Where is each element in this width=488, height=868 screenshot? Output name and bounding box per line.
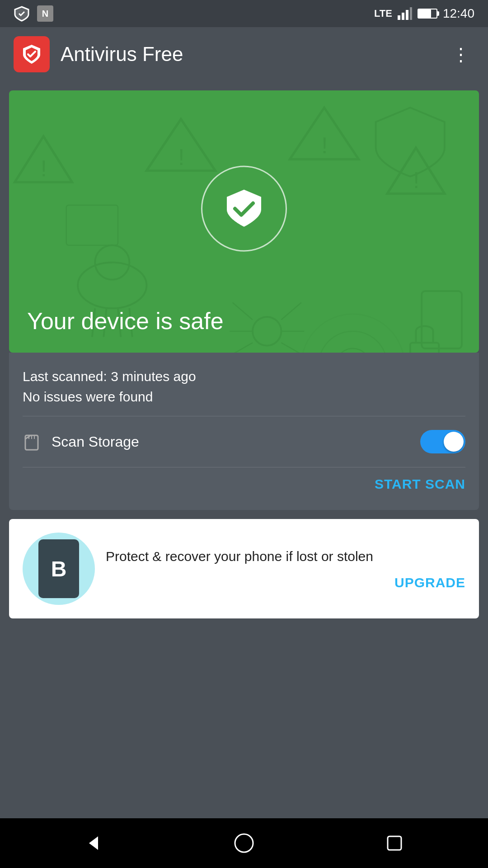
status-bar-left: N — [14, 5, 53, 22]
svg-rect-3 — [410, 7, 412, 20]
svg-point-38 — [235, 834, 253, 852]
shield-icon-status — [14, 5, 30, 22]
svg-line-24 — [281, 343, 301, 353]
storage-icon — [23, 432, 42, 452]
back-icon — [82, 832, 105, 854]
info-card: Last scanned: 3 minutes ago No issues we… — [9, 353, 479, 510]
svg-line-19 — [233, 302, 253, 320]
svg-marker-37 — [89, 836, 98, 850]
scan-storage-toggle[interactable] — [420, 430, 465, 453]
upgrade-text-area: Protect & recover your phone if lost or … — [106, 547, 465, 590]
bottom-navigation — [0, 818, 488, 868]
signal-icon — [398, 7, 412, 20]
svg-point-26 — [319, 331, 387, 353]
app-logo — [14, 36, 50, 72]
upgrade-description: Protect & recover your phone if lost or … — [106, 547, 465, 566]
notification-icon: N — [37, 5, 53, 22]
battery-icon — [418, 9, 437, 19]
svg-rect-2 — [406, 10, 408, 20]
svg-line-21 — [233, 343, 253, 353]
svg-text:!: ! — [321, 133, 328, 159]
start-scan-button[interactable]: START SCAN — [375, 476, 465, 492]
recents-icon — [383, 832, 406, 854]
svg-line-22 — [281, 302, 301, 320]
more-options-button[interactable]: ⋮ — [447, 39, 474, 69]
status-bar: N LTE 12:40 — [0, 0, 488, 27]
divider-1 — [23, 416, 465, 416]
shield-check-icon — [221, 186, 267, 231]
time-display: 12:40 — [443, 6, 474, 21]
upgrade-button[interactable]: UPGRADE — [106, 575, 465, 590]
svg-rect-30 — [66, 205, 118, 245]
scan-storage-row: Scan Storage — [23, 421, 465, 462]
svg-rect-39 — [388, 836, 401, 850]
svg-text:!: ! — [178, 144, 184, 170]
svg-point-18 — [253, 317, 281, 345]
shield-circle — [201, 166, 287, 252]
svg-text:!: ! — [41, 156, 47, 181]
main-content: ! ! ! ! — [0, 81, 488, 627]
svg-rect-0 — [398, 15, 400, 20]
start-scan-row: START SCAN — [23, 472, 465, 496]
safe-banner: ! ! ! ! — [9, 90, 479, 353]
status-bar-right: LTE 12:40 — [374, 6, 474, 21]
app-bar: Antivirus Free ⋮ — [0, 27, 488, 81]
divider-2 — [23, 467, 465, 467]
svg-rect-29 — [422, 291, 462, 349]
last-scanned-text: Last scanned: 3 minutes ago No issues we… — [23, 366, 465, 407]
toggle-knob — [444, 432, 464, 452]
scan-storage-label: Scan Storage — [52, 434, 139, 450]
svg-point-12 — [78, 262, 146, 308]
app-logo-icon — [20, 43, 43, 66]
recents-button[interactable] — [383, 832, 406, 854]
svg-point-25 — [336, 349, 370, 353]
b-label: B — [51, 557, 67, 581]
svg-text:!: ! — [413, 167, 419, 193]
home-icon — [233, 832, 255, 854]
sd-card-icon — [23, 432, 42, 452]
svg-rect-1 — [402, 13, 404, 20]
svg-point-27 — [301, 314, 404, 353]
scan-storage-left: Scan Storage — [23, 432, 139, 452]
app-bar-left: Antivirus Free — [14, 36, 183, 72]
bitdefender-phone-icon: B — [38, 539, 79, 598]
lte-label: LTE — [374, 8, 392, 19]
upgrade-card: B Protect & recover your phone if lost o… — [9, 519, 479, 618]
home-button[interactable] — [233, 832, 255, 854]
app-title: Antivirus Free — [61, 43, 183, 66]
back-button[interactable] — [82, 832, 105, 854]
device-safe-text: Your device is safe — [27, 307, 224, 335]
upgrade-icon-circle: B — [23, 533, 95, 605]
